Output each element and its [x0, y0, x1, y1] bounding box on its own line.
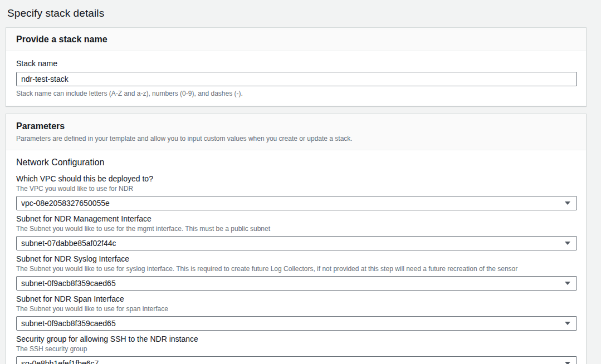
parameter-field: Subnet for NDR Span Interface The Subnet…: [16, 294, 577, 331]
parameters-card-title: Parameters: [16, 121, 575, 132]
parameter-fields-container: Which VPC should this be deployed to? Th…: [16, 174, 577, 364]
stack-name-card: Provide a stack name Stack name Stack na…: [6, 27, 587, 106]
parameters-card: Parameters Parameters are defined in you…: [6, 114, 587, 364]
parameter-select[interactable]: sg-0e8bb1efef1fbe6c7: [16, 356, 577, 364]
parameter-field-helper: The Subnet you would like to use for spa…: [16, 305, 577, 313]
parameters-card-description: Parameters are defined in your template …: [16, 134, 575, 143]
parameter-select-value: sg-0e8bb1efef1fbe6c7: [21, 359, 99, 364]
parameter-select[interactable]: subnet-0f9acb8f359caed65: [16, 276, 577, 291]
parameter-field-helper: The SSH security group: [16, 345, 577, 353]
parameter-field-label: Subnet for NDR Management Interface: [16, 214, 577, 224]
parameter-field: Which VPC should this be deployed to? Th…: [16, 174, 577, 210]
stack-name-card-title: Provide a stack name: [16, 34, 575, 45]
stack-name-label: Stack name: [16, 59, 577, 68]
parameter-field: Subnet for NDR Management Interface The …: [16, 214, 577, 250]
parameter-select-value: vpc-08e2058327650055e: [21, 199, 110, 208]
caret-down-icon: [565, 242, 570, 245]
parameter-select-value: subnet-0f9acb8f359caed65: [21, 319, 116, 328]
network-configuration-heading: Network Configuration: [16, 157, 577, 168]
page-title: Specify stack details: [0, 0, 601, 27]
parameter-field-label: Which VPC should this be deployed to?: [16, 174, 577, 184]
parameter-field-label: Security group for allowing SSH to the N…: [16, 335, 577, 344]
parameter-select[interactable]: vpc-08e2058327650055e: [16, 196, 577, 210]
caret-down-icon: [565, 282, 570, 285]
parameter-select-value: subnet-07dabbe85af02f44c: [21, 239, 116, 248]
parameter-field-helper: The VPC you would like to use for NDR: [16, 185, 577, 193]
parameter-select[interactable]: subnet-0f9acb8f359caed65: [16, 316, 577, 331]
parameter-field: Security group for allowing SSH to the N…: [16, 335, 577, 364]
caret-down-icon: [565, 362, 570, 364]
specify-stack-details-page: Specify stack details Provide a stack na…: [0, 0, 601, 364]
parameter-select-value: subnet-0f9acb8f359caed65: [21, 279, 116, 288]
parameter-field-helper: The Subnet you would like to use for sys…: [16, 265, 577, 273]
parameter-field-helper: The Subnet you would like to use for the…: [16, 225, 577, 233]
stack-name-card-header: Provide a stack name: [6, 28, 586, 51]
parameter-field-label: Subnet for NDR Syslog Interface: [16, 254, 577, 264]
parameter-field-label: Subnet for NDR Span Interface: [16, 294, 577, 304]
stack-name-helper: Stack name can include letters (A-Z and …: [16, 90, 577, 98]
parameters-card-body: Network Configuration Which VPC should t…: [6, 150, 586, 364]
caret-down-icon: [565, 201, 570, 205]
stack-name-card-body: Stack name Stack name can include letter…: [6, 51, 586, 106]
parameter-select[interactable]: subnet-07dabbe85af02f44c: [16, 236, 577, 250]
stack-name-input[interactable]: [16, 72, 577, 86]
parameter-field: Subnet for NDR Syslog Interface The Subn…: [16, 254, 577, 291]
caret-down-icon: [565, 322, 570, 325]
parameters-card-header: Parameters Parameters are defined in you…: [6, 114, 586, 150]
